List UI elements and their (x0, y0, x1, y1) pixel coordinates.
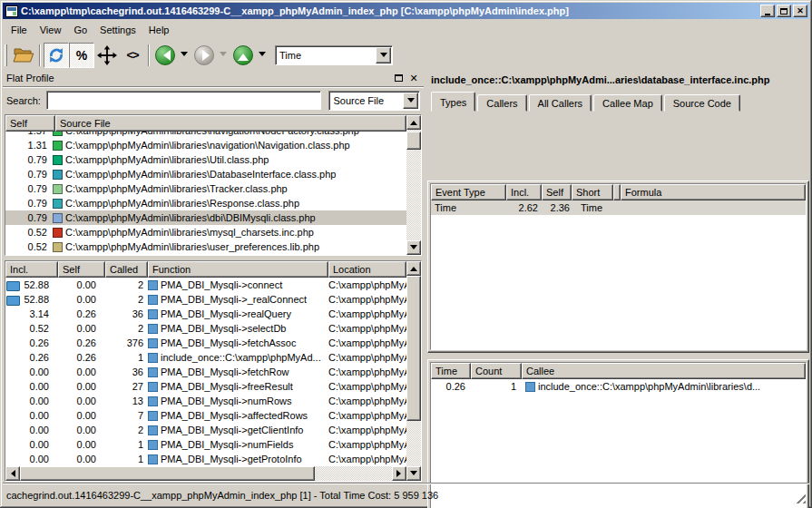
tab-callee-map[interactable]: Callee Map (593, 94, 662, 112)
minimize-button[interactable] (760, 5, 775, 17)
column-header-event-type[interactable]: Event Type (431, 184, 506, 200)
column-header-callee[interactable]: Callee (522, 363, 806, 379)
resize-grip[interactable] (794, 492, 806, 503)
function-row[interactable]: 0.00 0.00 27 PMA_DBI_Mysqli->freeResult … (5, 379, 406, 394)
scroll-right-button[interactable] (392, 466, 406, 481)
menu-item-help[interactable]: Help (142, 22, 176, 38)
function-icon (148, 309, 158, 319)
status-bar: cachegrind.out.1416463299-C__xampp_phpMy… (3, 483, 809, 505)
combo-drop-button[interactable] (376, 47, 391, 64)
scrollbar-thumb[interactable] (20, 466, 315, 481)
scrollbar-thumb[interactable] (406, 276, 421, 421)
event-type-value: Time (276, 50, 376, 61)
file-row[interactable]: 0.52 C:\xampp\phpMyAdmin\libraries\mysql… (5, 225, 406, 239)
file-rows: 1.57 C:\xampp\phpMyAdmin\libraries\navig… (5, 132, 406, 255)
function-row[interactable]: 0.52 0.00 2 PMA_DBI_Mysqli->selectDb C:\… (5, 321, 406, 336)
column-header-time[interactable]: Time (431, 363, 471, 379)
scroll-up-button[interactable] (406, 115, 421, 130)
callee-row[interactable]: 0.26 1 include_once::C:\xampp\phpMyAdmin… (431, 379, 806, 394)
dock-float-button[interactable] (392, 73, 405, 84)
column-header-self[interactable]: Self (5, 115, 55, 132)
file-row[interactable]: 0.79 C:\xampp\phpMyAdmin\libraries\Track… (5, 181, 406, 196)
scroll-up-button[interactable] (406, 261, 421, 276)
vertical-scrollbar[interactable] (406, 261, 421, 481)
minimize-icon (765, 14, 770, 15)
maximize-button[interactable] (777, 5, 791, 17)
back-dropdown-arrow[interactable] (181, 52, 188, 60)
scrollbar-track[interactable] (20, 466, 392, 481)
function-row[interactable]: 52.88 0.00 2 PMA_DBI_Mysqli->connect C:\… (5, 278, 406, 292)
function-row[interactable]: 3.14 0.26 36 PMA_DBI_Mysqli->realQuery C… (5, 307, 406, 321)
function-row[interactable]: 52.88 0.00 2 PMA_DBI_Mysqli->_realConnec… (5, 292, 406, 307)
open-file-button[interactable] (11, 43, 36, 68)
tab-source-code[interactable]: Source Code (664, 94, 740, 112)
tab-all-callers[interactable]: All Callers (529, 94, 592, 112)
file-row[interactable]: 1.57 C:\xampp\phpMyAdmin\libraries\navig… (5, 132, 406, 138)
scrollbar-thumb[interactable] (406, 132, 421, 150)
cost-color-icon (53, 199, 63, 209)
function-icon (148, 396, 158, 406)
vertical-scrollbar[interactable] (406, 115, 421, 255)
tab-callers[interactable]: Callers (477, 94, 526, 112)
column-header-incl[interactable]: Incl. (5, 261, 58, 278)
function-row[interactable]: 0.00 0.00 1 PMA_DBI_Mysqli->numFields C:… (5, 437, 406, 452)
scroll-down-button[interactable] (406, 240, 421, 255)
file-row[interactable]: 0.79 C:\xampp\phpMyAdmin\libraries\Util.… (5, 152, 406, 167)
column-header-short[interactable]: Short (572, 184, 613, 200)
forward-button[interactable] (191, 43, 217, 68)
column-header-formula[interactable]: Formula (621, 184, 806, 200)
column-header-count[interactable]: Count (471, 363, 522, 379)
function-row[interactable]: 0.00 0.00 36 PMA_DBI_Mysqli->fetchRow C:… (5, 365, 406, 379)
column-header-called[interactable]: Called (105, 261, 148, 278)
column-header-location[interactable]: Location (328, 261, 406, 278)
title-bar[interactable]: C:\xampp\tmp\cachegrind.out.1416463299-C… (3, 3, 809, 19)
relative-percent-toggle[interactable]: % (69, 43, 94, 68)
column-header-function[interactable]: Function (148, 261, 328, 278)
column-header-incl[interactable]: Incl. (506, 184, 542, 200)
scrollbar-track[interactable] (406, 276, 421, 466)
back-button[interactable] (152, 43, 178, 68)
column-header-self[interactable]: Self (542, 184, 572, 200)
dock-title-bar[interactable]: Flat Profile ✕ (3, 70, 424, 87)
file-row[interactable]: 0.79 C:\xampp\phpMyAdmin\libraries\Respo… (5, 196, 406, 210)
scrollbar-track[interactable] (406, 130, 421, 240)
event-type-row-selected[interactable]: Time 2.62 2.36 Time (431, 200, 806, 215)
combo-drop-button[interactable] (403, 93, 418, 109)
up-button[interactable] (230, 43, 256, 68)
toolbar-handle[interactable] (5, 44, 7, 66)
function-row[interactable]: 0.00 0.00 2 PMA_DBI_Mysqli->getClientInf… (5, 423, 406, 437)
menu-item-file[interactable]: File (5, 22, 34, 38)
function-row[interactable]: 0.00 0.00 7 PMA_DBI_Mysqli->affectedRows… (5, 408, 406, 423)
menu-item-view[interactable]: View (34, 22, 68, 38)
file-row-selected[interactable]: 0.79 C:\xampp\phpMyAdmin\libraries\dbi\D… (5, 210, 406, 225)
cost-color-icon (53, 242, 63, 252)
file-row[interactable]: 0.79 C:\xampp\phpMyAdmin\libraries\Datab… (5, 167, 406, 181)
scroll-left-button[interactable] (5, 466, 20, 481)
menu-item-go[interactable]: Go (67, 22, 93, 38)
reload-button[interactable] (44, 43, 69, 68)
column-header-spacer[interactable] (613, 184, 621, 200)
file-row[interactable]: 0.52 C:\xampp\phpMyAdmin\libraries\user_… (5, 239, 406, 254)
dock-layout-button[interactable] (94, 43, 120, 68)
function-row[interactable]: 0.00 0.00 13 PMA_DBI_Mysqli->numRows C:\… (5, 394, 406, 408)
scroll-down-button[interactable] (406, 466, 421, 481)
function-icon (148, 353, 158, 363)
maximize-icon (780, 8, 788, 15)
back-icon (155, 45, 175, 65)
expand-collapse-button[interactable]: <> (120, 43, 145, 68)
function-row[interactable]: 0.26 0.26 1 include_once::C:\xampp\phpMy… (5, 350, 406, 365)
group-by-selector[interactable]: Source File (328, 91, 420, 111)
horizontal-scrollbar[interactable] (5, 466, 406, 481)
column-header-source-file[interactable]: Source File (55, 115, 406, 132)
dock-close-button[interactable]: ✕ (407, 73, 420, 84)
menu-item-settings[interactable]: Settings (93, 22, 142, 38)
function-row[interactable]: 0.00 0.00 1 PMA_DBI_Mysqli->getProtoInfo… (5, 452, 406, 466)
column-header-self[interactable]: Self (58, 261, 105, 278)
tab-types[interactable]: Types (431, 92, 475, 112)
up-dropdown-arrow[interactable] (259, 52, 266, 60)
file-row[interactable]: 1.31 C:\xampp\phpMyAdmin\libraries\navig… (5, 138, 406, 152)
event-type-selector[interactable]: Time (275, 45, 393, 65)
function-row[interactable]: 0.26 0.26 376 PMA_DBI_Mysqli->fetchAssoc… (5, 336, 406, 350)
close-button[interactable]: ✕ (793, 5, 807, 17)
search-input[interactable] (46, 91, 322, 110)
